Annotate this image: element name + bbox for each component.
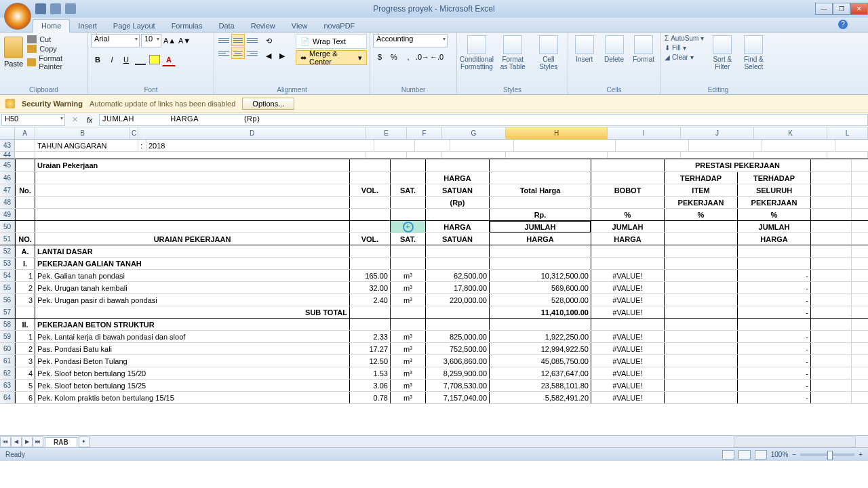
- cell[interactable]: [15, 140, 35, 151]
- header-pct3[interactable]: %: [738, 209, 811, 220]
- header-rp[interactable]: (Rp): [426, 197, 490, 208]
- right-align-button[interactable]: [245, 47, 259, 59]
- cell[interactable]: m³: [391, 270, 426, 281]
- cell[interactable]: [391, 209, 426, 220]
- sort-filter-button[interactable]: Sort & Filter: [708, 34, 736, 72]
- cell[interactable]: HARGA(Rp): [490, 233, 591, 245]
- cell[interactable]: [591, 197, 665, 208]
- cell[interactable]: [426, 319, 490, 330]
- prev-sheet-button[interactable]: ◀: [11, 436, 22, 447]
- section-title[interactable]: LANTAI DASAR: [35, 245, 350, 257]
- cell[interactable]: #VALUE!: [591, 282, 665, 293]
- next-sheet-button[interactable]: ▶: [22, 436, 33, 447]
- delete-cells-button[interactable]: Delete: [601, 34, 628, 64]
- cell[interactable]: 62,500.00: [426, 270, 490, 281]
- row-header[interactable]: 48: [0, 197, 15, 208]
- cell[interactable]: #VALUE!: [591, 355, 665, 367]
- cell[interactable]: -: [738, 270, 811, 281]
- undo-icon[interactable]: [50, 3, 61, 14]
- col-header-a[interactable]: A: [15, 127, 35, 139]
- increase-decimal-button[interactable]: .0→: [416, 50, 429, 64]
- cell[interactable]: m³: [391, 355, 426, 367]
- cell[interactable]: [426, 159, 490, 171]
- cell[interactable]: [514, 140, 616, 151]
- cell[interactable]: [811, 233, 852, 245]
- header-pekerjaan2[interactable]: PEKERJAAN: [738, 197, 811, 208]
- format-cells-button[interactable]: Format: [630, 34, 657, 64]
- tab-formulas[interactable]: Formulas: [163, 20, 211, 32]
- cell[interactable]: Pek. Sloof beton bertulang 15/25: [35, 380, 350, 391]
- fill-color-button[interactable]: [148, 53, 161, 66]
- cell[interactable]: Pek. Pondasi Beton Tulang: [35, 355, 350, 367]
- row-header[interactable]: 62: [0, 367, 15, 379]
- cell[interactable]: Pek. Kolom praktis beton bertulang 15/15: [35, 392, 350, 403]
- top-align-button[interactable]: [217, 34, 231, 46]
- page-layout-view-button[interactable]: [738, 450, 751, 460]
- cell[interactable]: [506, 152, 608, 158]
- cell[interactable]: Pek. Urugan tanah kembali: [35, 282, 350, 293]
- cell[interactable]: [490, 319, 591, 330]
- cell[interactable]: 3.06: [350, 380, 391, 391]
- header-pct[interactable]: %: [591, 209, 665, 220]
- increase-indent-button[interactable]: ▶: [275, 49, 289, 62]
- cell[interactable]: [689, 140, 762, 151]
- cell[interactable]: #VALUE!: [591, 343, 665, 354]
- cell[interactable]: [490, 172, 591, 184]
- close-button[interactable]: ✕: [850, 3, 868, 15]
- cell[interactable]: [665, 221, 738, 232]
- tab-data[interactable]: Data: [210, 20, 242, 32]
- cell[interactable]: 2018: [146, 140, 374, 151]
- comma-button[interactable]: ,: [401, 50, 415, 64]
- cell[interactable]: [738, 319, 811, 330]
- font-size-combo[interactable]: 10: [141, 34, 161, 47]
- cell[interactable]: [426, 245, 490, 257]
- subtotal-label[interactable]: SUB TOTAL: [35, 306, 350, 318]
- fill-button[interactable]: ⬇Fill▾: [663, 43, 705, 52]
- row-header[interactable]: 55: [0, 282, 15, 293]
- orientation-button[interactable]: ⟲: [262, 34, 275, 47]
- header-item[interactable]: ITEM: [665, 184, 738, 196]
- cell[interactable]: [15, 159, 35, 171]
- cell[interactable]: 17.27: [350, 343, 391, 354]
- cell[interactable]: 825,000.00: [426, 331, 490, 342]
- cell[interactable]: -: [738, 282, 811, 293]
- cell[interactable]: [15, 209, 35, 220]
- header-terhadap[interactable]: TERHADAP: [665, 172, 738, 184]
- header-rp2[interactable]: Rp.: [490, 209, 591, 220]
- cell[interactable]: m³: [391, 331, 426, 342]
- cell[interactable]: [350, 258, 391, 269]
- cell-f50-highlighted[interactable]: [391, 221, 426, 232]
- cell[interactable]: 23,588,101.80: [490, 380, 591, 391]
- middle-align-button[interactable]: [231, 34, 245, 46]
- cell[interactable]: SATUAN(Rp): [426, 233, 490, 245]
- cell[interactable]: #VALUE!: [591, 331, 665, 342]
- paste-icon[interactable]: [4, 37, 23, 58]
- cell[interactable]: m³: [391, 367, 426, 379]
- merge-center-button[interactable]: ⬌Merge & Center▾: [296, 50, 367, 65]
- cell[interactable]: [811, 306, 852, 318]
- accounting-button[interactable]: $: [373, 50, 387, 64]
- cell[interactable]: [490, 197, 591, 208]
- cell[interactable]: 1,922,250.00: [490, 331, 591, 342]
- col-header-l[interactable]: L: [827, 127, 868, 139]
- subtotal-value[interactable]: 11,410,100.00: [490, 306, 591, 318]
- cell[interactable]: [811, 221, 852, 232]
- row-header[interactable]: 45: [0, 159, 15, 171]
- header-vol[interactable]: VOL.: [350, 184, 391, 196]
- cell[interactable]: 220,000.00: [426, 294, 490, 306]
- cell[interactable]: [391, 258, 426, 269]
- col-header-j[interactable]: J: [681, 127, 754, 139]
- cell[interactable]: 7,708,530.00: [426, 380, 490, 391]
- cell[interactable]: Pas. Pondasi Batu kali: [35, 343, 350, 354]
- cell[interactable]: [681, 152, 754, 158]
- font-color-button[interactable]: A: [162, 53, 176, 66]
- minimize-button[interactable]: —: [815, 3, 833, 15]
- tab-home[interactable]: Home: [33, 19, 70, 33]
- cell[interactable]: [665, 306, 738, 318]
- cell-styles-button[interactable]: Cell Styles: [532, 34, 566, 72]
- col-header-f[interactable]: F: [407, 127, 442, 139]
- cell[interactable]: 2.40: [350, 294, 391, 306]
- cell[interactable]: #VALUE!: [591, 294, 665, 306]
- cell[interactable]: [665, 331, 738, 342]
- cell[interactable]: [15, 197, 35, 208]
